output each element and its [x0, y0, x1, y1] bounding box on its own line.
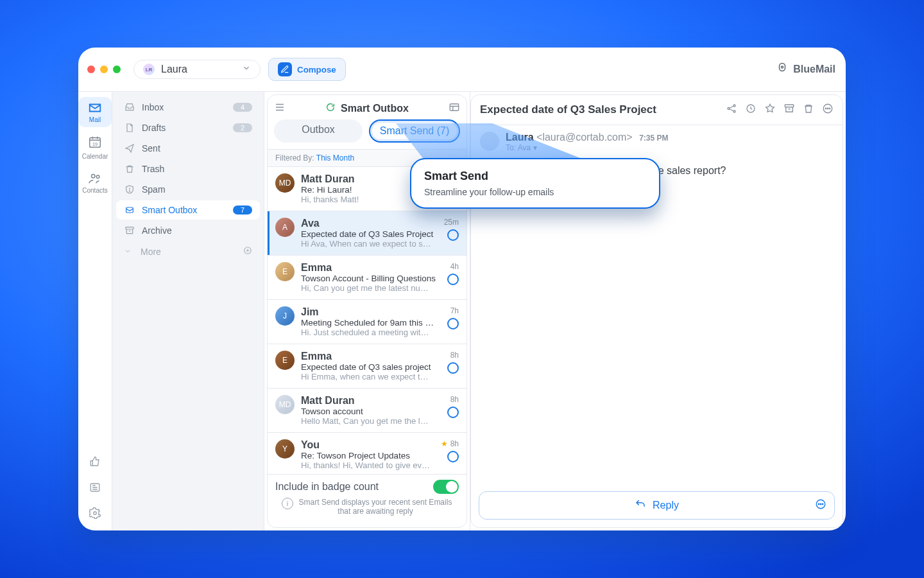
badge-toggle[interactable]: [433, 480, 459, 494]
star-icon[interactable]: [764, 103, 776, 117]
maximize-window[interactable]: [113, 66, 121, 73]
message-preview: Hi Ava, When can we expect to s…: [301, 239, 438, 249]
message-list-pane: Smart Outbox Outbox Smart Send (7) Filte…: [264, 92, 470, 530]
message-row[interactable]: EEmmaExpected date of Q3 sales projectHi…: [268, 344, 466, 389]
tab-outbox[interactable]: Outbox: [274, 119, 363, 143]
star-icon[interactable]: ★: [441, 439, 448, 448]
folder-count: 2: [233, 123, 252, 132]
status-ring[interactable]: [447, 229, 459, 241]
vertical-nav: Mail 19 Calendar Contacts: [78, 92, 112, 530]
folders: Inbox 4 Drafts 2 Sent Trash Spam: [112, 92, 264, 530]
folder-inbox[interactable]: Inbox 4: [116, 98, 260, 117]
inbox-icon: [124, 102, 135, 112]
settings-icon[interactable]: [89, 507, 101, 521]
folder-smart-outbox[interactable]: Smart Outbox 7: [116, 200, 260, 220]
message-time: 8h: [450, 439, 459, 448]
avatar: E: [275, 262, 295, 281]
folder-trash[interactable]: Trash: [116, 159, 260, 179]
minimize-window[interactable]: [100, 66, 108, 73]
sender-block: Laura <laura@cortab.com> 7:35 PM To: Ava…: [506, 132, 669, 152]
share-icon[interactable]: [726, 103, 737, 117]
shield-icon: [124, 184, 135, 195]
folder-spam[interactable]: Spam: [116, 180, 260, 199]
from-name: Laura: [506, 132, 534, 143]
message-subject: Towson account: [301, 407, 441, 416]
calendar-icon: 19: [88, 135, 102, 152]
smart-send-hint: i Smart Send displays your recent sent E…: [275, 494, 459, 522]
nav-mail[interactable]: Mail: [78, 97, 112, 127]
message-time: 4h: [450, 262, 459, 271]
status-ring[interactable]: [447, 451, 459, 462]
status-ring[interactable]: [447, 407, 459, 418]
list-view-icon[interactable]: [449, 101, 460, 116]
snooze-icon[interactable]: [745, 103, 757, 117]
message-sender: Jim: [301, 306, 441, 318]
list-footer: Include in badge count i Smart Send disp…: [268, 474, 466, 527]
reader-body: Hi Ava, When can we expect to see the sa…: [471, 159, 843, 183]
folder-archive[interactable]: Archive: [116, 221, 260, 240]
chevron-down-icon: ▾: [533, 143, 537, 152]
svg-point-14: [733, 110, 735, 112]
message-list[interactable]: MDMatt DuranRe: Hi Laura!Hi, thanks Matt…: [268, 167, 466, 474]
tab-smart-send[interactable]: Smart Send (7): [369, 119, 460, 143]
message-preview: Hello Matt, Can you get me the l…: [301, 416, 441, 426]
status-ring[interactable]: [447, 318, 459, 329]
more-action-icon[interactable]: [822, 103, 834, 117]
trash-action-icon[interactable]: [803, 103, 814, 117]
message-row[interactable]: EEmmaTowson Account - Billing QuestionsH…: [268, 256, 466, 300]
status-ring[interactable]: [447, 176, 459, 188]
message-row[interactable]: MDMatt DuranTowson accountHello Matt, Ca…: [268, 389, 466, 433]
add-folder-icon[interactable]: [243, 246, 252, 257]
svg-point-22: [818, 504, 819, 505]
news-icon[interactable]: [89, 482, 101, 496]
folder-count: 7: [233, 206, 252, 215]
svg-point-0: [782, 66, 783, 68]
reader-header: Expected date of Q3 Sales Project: [471, 95, 843, 125]
message-row[interactable]: AAvaExpected date of Q3 Sales ProjectHi …: [268, 211, 466, 256]
list-filter[interactable]: Filtered By: This Month: [268, 149, 466, 167]
svg-rect-16: [785, 105, 794, 107]
brand[interactable]: BlueMail: [776, 62, 835, 76]
message-row[interactable]: YYouRe: Towson Project UpdatesHi, thanks…: [268, 433, 466, 474]
archive-action-icon[interactable]: [783, 103, 795, 117]
svg-rect-8: [126, 207, 133, 213]
svg-point-23: [820, 504, 821, 505]
close-window[interactable]: [87, 66, 95, 73]
message-preview: Hi, thanks! Hi, Wanted to give ev…: [301, 460, 434, 470]
to-row[interactable]: To: Ava ▾: [506, 143, 669, 152]
feedback-icon[interactable]: [89, 456, 101, 470]
app-window: LR Laura Compose BlueMail Mail: [78, 48, 846, 530]
nav-calendar[interactable]: 19 Calendar: [78, 131, 112, 164]
folder-label: Archive: [142, 225, 172, 236]
nav-label-contacts: Contacts: [82, 187, 107, 194]
account-switcher[interactable]: LR Laura: [133, 60, 261, 79]
people-icon: [88, 171, 102, 186]
compose-button[interactable]: Compose: [268, 58, 346, 81]
message-sender: Matt Duran: [301, 395, 441, 407]
columns: Mail 19 Calendar Contacts: [78, 92, 846, 530]
message-subject: Expected date of Q3 Sales Project: [301, 229, 438, 239]
message-row[interactable]: MDMatt DuranRe: Hi Laura!Hi, thanks Matt…: [268, 167, 466, 211]
status-ring[interactable]: [447, 362, 459, 374]
message-time: 8h: [450, 351, 459, 360]
message-row[interactable]: JJimMeeting Scheduled for 9am this morn……: [268, 300, 466, 344]
from-email: <laura@cortab.com>: [536, 132, 633, 143]
nav-label-calendar: Calendar: [82, 153, 108, 160]
sender-avatar: [480, 132, 499, 151]
folder-count: 4: [233, 103, 252, 112]
filter-value[interactable]: This Month: [316, 153, 354, 162]
nav-contacts[interactable]: Contacts: [78, 168, 112, 198]
menu-icon[interactable]: [274, 101, 286, 116]
folder-more[interactable]: More: [116, 241, 260, 261]
folder-sent[interactable]: Sent: [116, 139, 260, 158]
message-meta: 8h: [447, 351, 459, 381]
reader-pane: Expected date of Q3 Sales Project: [470, 92, 846, 530]
status-ring[interactable]: [447, 274, 459, 285]
folder-drafts[interactable]: Drafts 2: [116, 118, 260, 137]
list-title: Smart Outbox: [325, 102, 409, 115]
reply-button[interactable]: Reply: [479, 491, 835, 520]
reply-more-icon[interactable]: [815, 498, 826, 512]
folder-label: Drafts: [142, 123, 166, 133]
svg-point-12: [728, 108, 730, 110]
refresh-icon[interactable]: [325, 102, 336, 115]
